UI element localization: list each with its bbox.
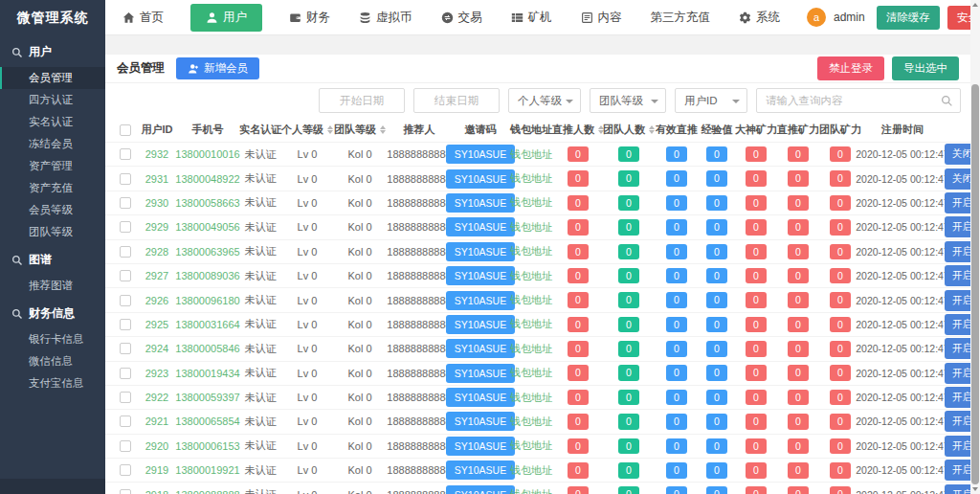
column-header[interactable]: 直推矿力: [777, 123, 819, 137]
wallet-link[interactable]: 钱包地址: [510, 317, 552, 331]
phone-link[interactable]: 13800048922: [175, 173, 239, 185]
column-header[interactable]: 团队等级: [333, 123, 387, 137]
sort-icon[interactable]: [380, 125, 386, 134]
invite-code-button[interactable]: SY10ASUE: [446, 437, 515, 456]
user-id-link[interactable]: 2924: [145, 343, 168, 354]
user-id-link[interactable]: 2918: [145, 489, 168, 494]
nav-tab[interactable]: 矿机: [509, 4, 554, 32]
row-checkbox[interactable]: [120, 270, 131, 281]
invite-code-button[interactable]: SY10ASUE: [446, 485, 515, 494]
realname-toggle-button[interactable]: 关闭实名: [945, 168, 970, 190]
user-id-link[interactable]: 2931: [145, 173, 168, 185]
scroll-down-arrow-icon[interactable]: [970, 484, 980, 494]
wallet-link[interactable]: 钱包地址: [510, 220, 552, 235]
invite-code-button[interactable]: SY10ASUE: [446, 388, 515, 407]
realname-toggle-button[interactable]: 开启实名: [945, 314, 970, 335]
invite-code-button[interactable]: SY10ASUE: [446, 315, 515, 334]
scrollbar-thumb[interactable]: [971, 84, 979, 484]
sidebar-item[interactable]: 资产充值: [0, 177, 105, 199]
admin-username[interactable]: admin: [834, 11, 865, 24]
wallet-link[interactable]: 钱包地址: [510, 244, 552, 258]
nav-tab[interactable]: 虚拟币: [357, 4, 414, 32]
realname-toggle-button[interactable]: 开启实名: [945, 411, 970, 432]
row-checkbox[interactable]: [120, 440, 131, 452]
invite-code-button[interactable]: SY10ASUE: [446, 339, 515, 358]
nav-tab[interactable]: 第三方充值: [649, 4, 713, 32]
row-checkbox[interactable]: [120, 464, 131, 476]
user-id-link[interactable]: 2932: [145, 148, 168, 160]
phone-link[interactable]: 13800010016: [175, 148, 239, 160]
column-header[interactable]: 有效直推: [655, 123, 699, 137]
phone-link[interactable]: 13800065854: [175, 415, 239, 427]
row-checkbox[interactable]: [120, 197, 131, 209]
wallet-link[interactable]: 钱包地址: [510, 391, 552, 405]
select-all-checkbox[interactable]: [120, 124, 131, 136]
nav-tab[interactable]: 系统: [737, 4, 782, 32]
sidebar-item[interactable]: 银行卡信息: [0, 328, 105, 350]
column-header[interactable]: 用户ID: [138, 123, 176, 137]
phone-link[interactable]: 13800006153: [175, 440, 239, 452]
wallet-link[interactable]: 钱包地址: [510, 415, 552, 429]
wallet-link[interactable]: 钱包地址: [510, 342, 552, 356]
sidebar-item[interactable]: 四方认证: [0, 89, 105, 111]
phone-link[interactable]: 13800059397: [175, 392, 239, 403]
column-header[interactable]: 注册时间: [861, 123, 944, 137]
invite-code-button[interactable]: SY10ASUE: [446, 217, 515, 236]
nav-tab[interactable]: 用户: [190, 4, 262, 32]
wallet-link[interactable]: 钱包地址: [510, 438, 552, 453]
invite-code-button[interactable]: SY10ASUE: [446, 242, 515, 261]
row-checkbox[interactable]: [120, 368, 131, 379]
start-date-input[interactable]: [319, 88, 405, 113]
nav-tab[interactable]: 首页: [121, 4, 166, 32]
sidebar-item[interactable]: 会员管理: [0, 67, 105, 89]
invite-code-button[interactable]: SY10ASUE: [446, 412, 515, 431]
phone-link[interactable]: 13800096180: [175, 295, 239, 306]
wallet-link[interactable]: 钱包地址: [510, 487, 552, 494]
nav-tab[interactable]: 财务: [287, 4, 332, 32]
realname-toggle-button[interactable]: 开启实名: [945, 363, 970, 384]
wallet-link[interactable]: 钱包地址: [510, 195, 552, 210]
realname-toggle-button[interactable]: 开启实名: [945, 216, 970, 237]
row-checkbox[interactable]: [120, 415, 131, 427]
row-checkbox[interactable]: [120, 295, 131, 306]
user-id-link[interactable]: 2920: [145, 440, 168, 452]
sidebar-item[interactable]: 推荐图谱: [0, 275, 105, 297]
column-header[interactable]: 团队人数: [603, 123, 655, 137]
row-checkbox[interactable]: [120, 489, 131, 494]
sidebar-item[interactable]: 资产管理: [0, 155, 105, 177]
user-id-link[interactable]: 2921: [145, 415, 168, 427]
clear-cache-button[interactable]: 清除缓存: [877, 6, 940, 30]
phone-link[interactable]: 13800088888: [175, 489, 239, 494]
realname-toggle-button[interactable]: 开启实名: [945, 290, 970, 311]
vertical-scrollbar[interactable]: [970, 0, 980, 494]
search-input[interactable]: [756, 88, 961, 113]
phone-link[interactable]: 13800019434: [175, 368, 239, 379]
invite-code-button[interactable]: SY10ASUE: [446, 193, 515, 213]
wallet-link[interactable]: 钱包地址: [510, 293, 552, 307]
phone-link[interactable]: 13800089036: [175, 270, 239, 281]
row-checkbox[interactable]: [120, 173, 131, 185]
sidebar-item[interactable]: 会员等级: [0, 199, 105, 221]
phone-link[interactable]: 13800049056: [175, 221, 239, 233]
invite-code-button[interactable]: SY10ASUE: [446, 266, 515, 285]
sidebar-item[interactable]: 冻结会员: [0, 133, 105, 155]
user-id-link[interactable]: 2925: [145, 319, 168, 330]
export-selected-button[interactable]: 导出选中: [892, 56, 959, 80]
column-header[interactable]: 团队矿力: [819, 123, 861, 137]
phone-link[interactable]: 13800019921: [175, 464, 239, 476]
user-id-link[interactable]: 2923: [145, 368, 168, 379]
realname-toggle-button[interactable]: 开启实名: [945, 338, 970, 359]
column-header[interactable]: 个人等级: [281, 123, 333, 137]
invite-code-button[interactable]: SY10ASUE: [446, 145, 515, 164]
user-id-link[interactable]: 2927: [145, 270, 168, 281]
column-header[interactable]: 手机号: [176, 123, 239, 137]
avatar[interactable]: a: [807, 8, 826, 27]
phone-link[interactable]: 13800005846: [175, 343, 239, 354]
phone-link[interactable]: 13800058663: [175, 197, 239, 209]
row-checkbox[interactable]: [120, 148, 131, 160]
row-checkbox[interactable]: [120, 246, 131, 258]
realname-toggle-button[interactable]: 开启实名: [945, 192, 970, 213]
phone-link[interactable]: 13800063965: [175, 246, 239, 258]
realname-toggle-button[interactable]: 开启实名: [945, 436, 970, 457]
phone-link[interactable]: 13800031664: [175, 319, 239, 330]
